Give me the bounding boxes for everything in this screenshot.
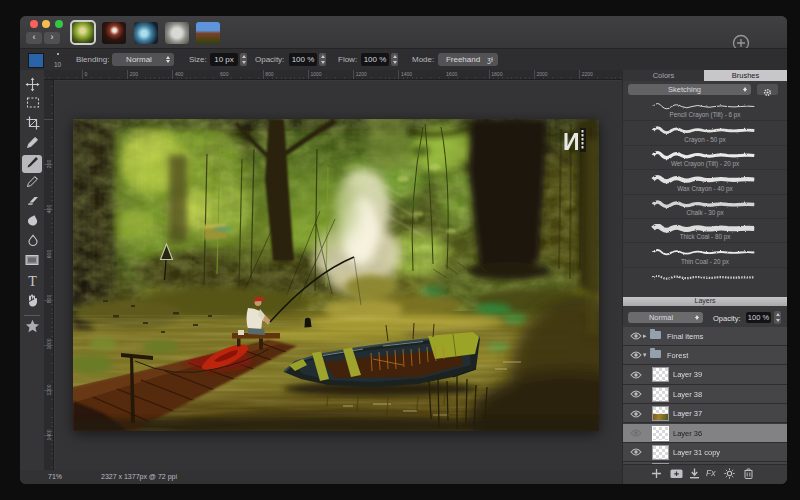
svg-text:И: И (563, 129, 580, 155)
